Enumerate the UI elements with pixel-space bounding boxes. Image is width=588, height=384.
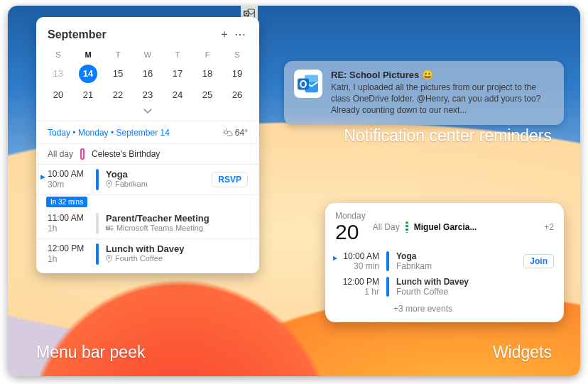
add-event-button[interactable]: ＋ (217, 27, 232, 42)
calendar-day[interactable]: 20 (49, 86, 67, 104)
calendar-day[interactable]: 26 (228, 86, 246, 104)
event-duration: 1 hr (335, 287, 379, 297)
svg-point-7 (108, 182, 109, 183)
event-color-bar (80, 148, 85, 160)
event-color-bar (96, 213, 99, 234)
event-time: 11:00 AM (48, 213, 89, 224)
svg-line-6 (223, 130, 224, 131)
event-location: TMicrosoft Teams Meeting (106, 224, 209, 232)
event-duration: 1h (48, 224, 89, 234)
event-time: 12:00 PM (335, 277, 379, 287)
event-title: Lunch with Davey (396, 277, 469, 287)
event-color-bar (386, 251, 389, 271)
calendar-peek-card: September ＋ ⋯ SMTWTFS1314151617181920212… (36, 17, 259, 273)
svg-text:T: T (107, 226, 109, 229)
weather-temp: 64° (223, 127, 249, 138)
event-title: Lunch with Davey (106, 243, 185, 254)
caption-menu-bar-peek: Menu bar peek (36, 343, 145, 362)
notification-subject: RE: School Pictures 😀 (331, 70, 554, 80)
teams-icon: T (106, 224, 114, 232)
svg-point-11 (108, 256, 109, 258)
event-time: 12:00 PM (48, 243, 89, 254)
upcoming-chip: In 32 mins (46, 197, 87, 207)
calendar-day[interactable]: 15 (109, 65, 127, 83)
calendar-day[interactable]: 19 (228, 65, 246, 83)
widget-weekday: Monday (335, 212, 366, 221)
outlook-app-icon (294, 70, 322, 98)
event-title: Yoga (396, 251, 432, 261)
notification-card[interactable]: RE: School Pictures 😀 Katri, I uploaded … (284, 61, 564, 125)
event-duration: 30m (48, 180, 89, 190)
caption-widgets: Widgets (493, 343, 552, 362)
calendar-grid: SMTWTFS1314151617181920212223242526 (36, 48, 259, 104)
calendar-day[interactable]: 17 (168, 65, 187, 83)
event-duration: 1h (48, 254, 89, 265)
calendar-widget-card: Monday 20 All Day Miguel Garcia... +2 ▶1… (325, 203, 564, 322)
event-title: Parent/Teacher Meeting (106, 213, 209, 224)
widget-more-allday[interactable]: +2 (544, 222, 554, 232)
allday-event-title: Celeste's Birthday (92, 149, 160, 159)
notification-preview: Katri, I uploaded all the pictures from … (331, 82, 554, 116)
event-location: Fabrikam (396, 261, 432, 271)
event-color-bar (405, 221, 408, 233)
calendar-day[interactable]: 24 (168, 86, 187, 104)
calendar-day[interactable]: 16 (138, 65, 157, 83)
weekday-label: T (163, 48, 192, 62)
weekday-label: W (133, 48, 163, 62)
svg-point-10 (111, 225, 113, 227)
widget-event-row[interactable]: 12:00 PM1 hrLunch with DaveyFourth Coffe… (335, 274, 554, 300)
event-duration: 30 min (335, 261, 379, 271)
weather-icon (223, 127, 233, 137)
event-title: Yoga (106, 169, 148, 180)
weekday-label: F (192, 48, 222, 62)
event-time: 10:00 AM (335, 251, 379, 261)
desktop-wallpaper: September ＋ ⋯ SMTWTFS1314151617181920212… (8, 6, 580, 376)
allday-row[interactable]: All day Celeste's Birthday (36, 144, 259, 164)
weekday-label: M (73, 48, 103, 62)
widget-allday-title: Miguel Garcia... (414, 222, 477, 232)
event-location: Fabrikam (106, 180, 148, 188)
widget-event-row[interactable]: ▶10:00 AM30 minYogaFabrikamJoin (335, 248, 554, 274)
svg-rect-1 (244, 11, 249, 16)
join-button[interactable]: Join (523, 254, 554, 268)
widget-allday-label: All Day (373, 222, 400, 232)
svg-point-3 (224, 131, 228, 134)
agenda-item[interactable]: ▶10:00 AM30mYogaFabrikamRSVP (36, 165, 259, 194)
calendar-day[interactable]: 14 (79, 65, 97, 83)
chevron-down-icon (143, 109, 152, 114)
calendar-day[interactable]: 23 (138, 86, 157, 104)
calendar-day[interactable]: 13 (49, 65, 67, 83)
event-color-bar (386, 277, 389, 297)
location-pin-icon (106, 180, 112, 188)
calendar-day[interactable]: 18 (198, 65, 217, 83)
rsvp-button[interactable]: RSVP (212, 172, 248, 187)
agenda-item[interactable]: 12:00 PM1hLunch with DaveyFourth Coffee (36, 239, 259, 269)
calendar-month-title: September (48, 28, 217, 41)
expand-calendar-button[interactable] (36, 104, 259, 121)
allday-label: All day (48, 149, 73, 159)
event-color-bar (96, 169, 99, 190)
location-pin-icon (106, 255, 112, 263)
weekday-label: S (222, 48, 252, 62)
widget-more-events[interactable]: +3 more events (335, 300, 554, 314)
today-date-text: Today • Monday • September 14 (48, 128, 170, 138)
calendar-day[interactable]: 25 (198, 86, 217, 104)
widget-day-number: 20 (335, 221, 366, 243)
weekday-label: S (43, 48, 73, 62)
caption-notification: Notification center reminders (344, 126, 552, 146)
more-options-button[interactable]: ⋯ (232, 28, 248, 41)
agenda-item[interactable]: 11:00 AM1hParent/Teacher MeetingTMicroso… (36, 209, 259, 238)
event-color-bar (96, 243, 99, 265)
weekday-label: T (103, 48, 133, 62)
event-location: Fourth Coffee (106, 254, 185, 263)
calendar-day[interactable]: 22 (109, 86, 127, 104)
event-time: 10:00 AM (48, 169, 89, 180)
calendar-day[interactable]: 21 (79, 86, 97, 104)
event-location: Fourth Coffee (396, 287, 469, 297)
